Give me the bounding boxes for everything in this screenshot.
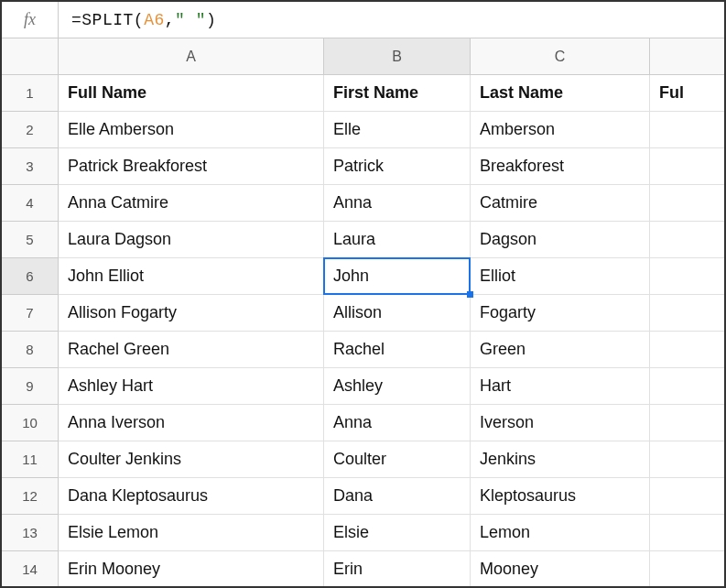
cell[interactable] <box>650 295 726 332</box>
cell[interactable]: Kleptosaurus <box>471 478 650 515</box>
row-header-14[interactable]: 14 <box>2 551 59 588</box>
row-header-13[interactable]: 13 <box>2 515 59 551</box>
cell[interactable]: Lemon <box>471 515 650 551</box>
cell[interactable]: Jenkins <box>471 441 650 478</box>
cell[interactable]: Coulter Jenkins <box>59 441 324 478</box>
col-header-c[interactable]: C <box>471 38 650 75</box>
table-row: 12 Dana Kleptosaurus Dana Kleptosaurus <box>2 478 724 515</box>
formula-open: ( <box>134 11 144 29</box>
table-row: 2 Elle Amberson Elle Amberson <box>2 112 724 148</box>
formula-str: " " <box>175 11 206 29</box>
cell[interactable]: Elliot <box>471 258 650 295</box>
cell[interactable] <box>650 551 726 588</box>
cell[interactable]: Dana Kleptosaurus <box>59 478 324 515</box>
cell[interactable]: Full Name <box>59 75 324 112</box>
table-row: 6 John Elliot John Elliot <box>2 258 724 295</box>
formula-input[interactable]: =SPLIT(A6," ") <box>59 2 724 38</box>
cell[interactable]: Erin <box>324 551 471 588</box>
col-header-b[interactable]: B <box>324 38 471 75</box>
cell[interactable]: Rachel Green <box>59 332 324 368</box>
cell[interactable]: John Elliot <box>59 258 324 295</box>
cell[interactable]: Ashley Hart <box>59 368 324 405</box>
table-row: 1 Full Name First Name Last Name Ful <box>2 75 724 112</box>
cell[interactable]: Elsie Lemon <box>59 515 324 551</box>
cell[interactable]: Iverson <box>471 405 650 441</box>
row-header-6[interactable]: 6 <box>2 258 59 295</box>
spreadsheet-grid: A B C 1 Full Name First Name Last Name F… <box>2 38 724 588</box>
cell[interactable]: Green <box>471 332 650 368</box>
table-row: 4 Anna Catmire Anna Catmire <box>2 185 724 222</box>
formula-close: ) <box>206 11 216 29</box>
row-header-12[interactable]: 12 <box>2 478 59 515</box>
cell[interactable]: Coulter <box>324 441 471 478</box>
table-row: 7 Allison Fogarty Allison Fogarty <box>2 295 724 332</box>
cell[interactable] <box>650 185 726 222</box>
fx-icon: fx <box>2 2 59 38</box>
formula-prefix: = <box>71 11 81 29</box>
cell[interactable]: Ashley <box>324 368 471 405</box>
table-row: 11 Coulter Jenkins Coulter Jenkins <box>2 441 724 478</box>
formula-comma: , <box>165 11 175 29</box>
row-header-11[interactable]: 11 <box>2 441 59 478</box>
row-header-8[interactable]: 8 <box>2 332 59 368</box>
cell[interactable]: Rachel <box>324 332 471 368</box>
selection-handle[interactable] <box>467 291 473 298</box>
cell[interactable]: Elsie <box>324 515 471 551</box>
formula-bar: fx =SPLIT(A6," ") <box>2 2 724 38</box>
cell[interactable] <box>650 112 726 148</box>
cell[interactable]: Patrick <box>324 148 471 185</box>
cell[interactable]: Mooney <box>471 551 650 588</box>
cell[interactable]: Amberson <box>471 112 650 148</box>
cell[interactable]: Last Name <box>471 75 650 112</box>
col-header-d[interactable] <box>650 38 726 75</box>
cell[interactable]: Dagson <box>471 222 650 258</box>
row-header-1[interactable]: 1 <box>2 75 59 112</box>
row-header-3[interactable]: 3 <box>2 148 59 185</box>
table-row: 9 Ashley Hart Ashley Hart <box>2 368 724 405</box>
cell[interactable]: Elle Amberson <box>59 112 324 148</box>
cell[interactable]: Anna <box>324 405 471 441</box>
cell[interactable]: First Name <box>324 75 471 112</box>
cell[interactable]: Ful <box>650 75 726 112</box>
formula-fn: SPLIT <box>81 11 134 29</box>
cell[interactable]: Elle <box>324 112 471 148</box>
cell[interactable]: Catmire <box>471 185 650 222</box>
cell[interactable]: Allison Fogarty <box>59 295 324 332</box>
cell[interactable]: Anna Catmire <box>59 185 324 222</box>
cell[interactable]: Dana <box>324 478 471 515</box>
row-header-7[interactable]: 7 <box>2 295 59 332</box>
cell[interactable] <box>650 441 726 478</box>
table-row: 3 Patrick Breakforest Patrick Breakfores… <box>2 148 724 185</box>
cell[interactable] <box>650 222 726 258</box>
corner-cell[interactable] <box>2 38 59 75</box>
cell[interactable]: Laura Dagson <box>59 222 324 258</box>
formula-ref: A6 <box>144 11 165 29</box>
cell[interactable] <box>650 478 726 515</box>
row-header-4[interactable]: 4 <box>2 185 59 222</box>
row-header-9[interactable]: 9 <box>2 368 59 405</box>
cell[interactable] <box>650 332 726 368</box>
row-header-2[interactable]: 2 <box>2 112 59 148</box>
cell-selected[interactable]: John <box>324 258 471 295</box>
cell[interactable]: Laura <box>324 222 471 258</box>
row-header-10[interactable]: 10 <box>2 405 59 441</box>
table-row: 13 Elsie Lemon Elsie Lemon <box>2 515 724 551</box>
col-header-a[interactable]: A <box>59 38 324 75</box>
table-row: 5 Laura Dagson Laura Dagson <box>2 222 724 258</box>
cell[interactable] <box>650 148 726 185</box>
cell[interactable]: Patrick Breakforest <box>59 148 324 185</box>
cell[interactable] <box>650 368 726 405</box>
cell[interactable]: Anna Iverson <box>59 405 324 441</box>
cell[interactable]: Fogarty <box>471 295 650 332</box>
cell[interactable]: Allison <box>324 295 471 332</box>
cell[interactable]: Erin Mooney <box>59 551 324 588</box>
table-row: 8 Rachel Green Rachel Green <box>2 332 724 368</box>
cell[interactable] <box>650 258 726 295</box>
cell[interactable]: Anna <box>324 185 471 222</box>
cell[interactable]: Hart <box>471 368 650 405</box>
table-row: 14 Erin Mooney Erin Mooney <box>2 551 724 588</box>
cell[interactable]: Breakforest <box>471 148 650 185</box>
row-header-5[interactable]: 5 <box>2 222 59 258</box>
cell[interactable] <box>650 405 726 441</box>
cell[interactable] <box>650 515 726 551</box>
